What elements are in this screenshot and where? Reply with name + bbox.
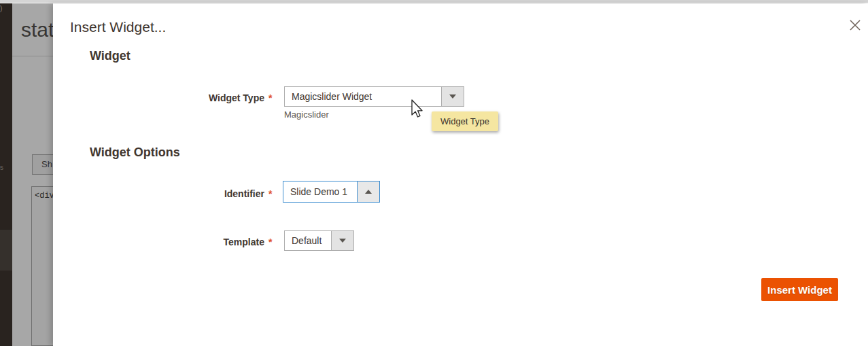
close-button[interactable]: [847, 18, 863, 34]
chevron-down-icon: [449, 94, 456, 99]
identifier-select[interactable]: Slide Demo 1: [283, 181, 380, 203]
identifier-dropdown-button[interactable]: [357, 181, 379, 202]
template-dropdown-button[interactable]: [331, 231, 353, 250]
widget-type-dropdown-button[interactable]: [441, 87, 464, 106]
section-heading-widget-options: Widget Options: [90, 145, 180, 160]
sidebar-icon-fragment: ): [0, 5, 2, 12]
required-asterisk: *: [268, 92, 272, 103]
insert-widget-button[interactable]: Insert Widget: [761, 278, 838, 301]
modal-title: Insert Widget...: [70, 17, 166, 37]
page-title-fragment: stat: [21, 18, 54, 41]
insert-widget-modal: Insert Widget... Widget Widget Type * Ma…: [53, 4, 868, 346]
required-asterisk: *: [268, 188, 272, 199]
required-asterisk: *: [268, 237, 272, 247]
template-label: Template: [53, 237, 264, 247]
chevron-up-icon: [365, 190, 372, 194]
widget-type-tooltip: Widget Type: [432, 111, 498, 131]
template-select[interactable]: Default: [284, 230, 354, 251]
sidebar-icon-fragment: 5: [0, 165, 3, 171]
widget-type-label: Widget Type: [53, 92, 264, 103]
identifier-value: Slide Demo 1: [290, 181, 347, 202]
widget-type-select[interactable]: Magicslider Widget: [284, 86, 464, 107]
identifier-label: Identifier: [53, 188, 264, 199]
template-value: Default: [292, 231, 322, 250]
admin-sidebar: ) 5: [0, 3, 12, 346]
page-divider: [12, 56, 53, 56]
page-overlay: stat Sh <div: [12, 3, 53, 346]
sidebar-highlighted-item: [0, 230, 12, 271]
section-heading-widget: Widget: [90, 49, 131, 63]
chevron-down-icon: [339, 239, 346, 243]
close-icon: [848, 18, 862, 32]
widget-type-note: Magicslider: [284, 109, 329, 120]
widget-type-value: Magicslider Widget: [292, 87, 372, 106]
